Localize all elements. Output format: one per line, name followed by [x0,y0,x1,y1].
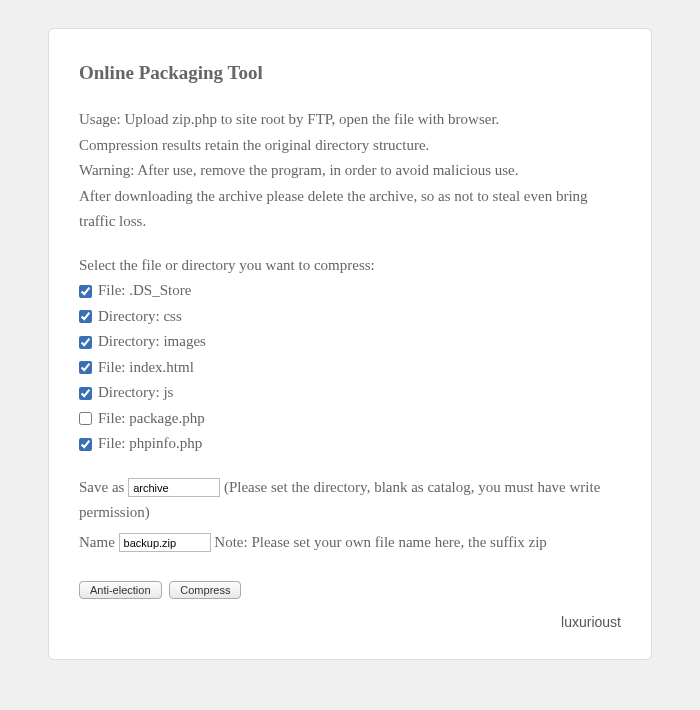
footer-credit: luxurioust [79,611,621,635]
file-checkbox-ds-store[interactable] [79,285,92,298]
compress-button[interactable]: Compress [169,581,241,599]
file-checkbox-index[interactable] [79,361,92,374]
desc-line-1: Usage: Upload zip.php to site root by FT… [79,107,621,133]
main-card: Online Packaging Tool Usage: Upload zip.… [48,28,652,660]
save-as-input[interactable] [128,478,220,497]
button-row: Anti-election Compress [79,577,621,603]
file-label: Directory: js [98,380,173,406]
file-checkbox-phpinfo[interactable] [79,438,92,451]
description-block: Usage: Upload zip.php to site root by FT… [79,107,621,235]
file-checkbox-js[interactable] [79,387,92,400]
desc-line-3: Warning: After use, remove the program, … [79,158,621,184]
file-item: Directory: css [79,304,621,330]
file-item: Directory: images [79,329,621,355]
file-checkbox-package[interactable] [79,412,92,425]
file-label: File: index.html [98,355,194,381]
anti-election-button[interactable]: Anti-election [79,581,162,599]
file-label: File: phpinfo.php [98,431,202,457]
file-list: File: .DS_Store Directory: css Directory… [79,278,621,457]
file-item: Directory: js [79,380,621,406]
file-item: File: index.html [79,355,621,381]
save-as-label: Save as [79,479,124,495]
name-input[interactable] [119,533,211,552]
name-row: Name Note: Please set your own file name… [79,530,621,556]
page-title: Online Packaging Tool [79,57,621,89]
file-item: File: package.php [79,406,621,432]
file-label: File: package.php [98,406,205,432]
file-checkbox-css[interactable] [79,310,92,323]
file-label: Directory: css [98,304,182,330]
name-hint: Note: Please set your own file name here… [214,534,547,550]
name-label: Name [79,534,115,550]
file-label: File: .DS_Store [98,278,191,304]
file-checkbox-images[interactable] [79,336,92,349]
save-as-row: Save as (Please set the directory, blank… [79,475,621,526]
select-label: Select the file or directory you want to… [79,253,621,279]
file-item: File: phpinfo.php [79,431,621,457]
desc-line-2: Compression results retain the original … [79,133,621,159]
file-label: Directory: images [98,329,206,355]
desc-line-4: After downloading the archive please del… [79,184,621,235]
file-item: File: .DS_Store [79,278,621,304]
